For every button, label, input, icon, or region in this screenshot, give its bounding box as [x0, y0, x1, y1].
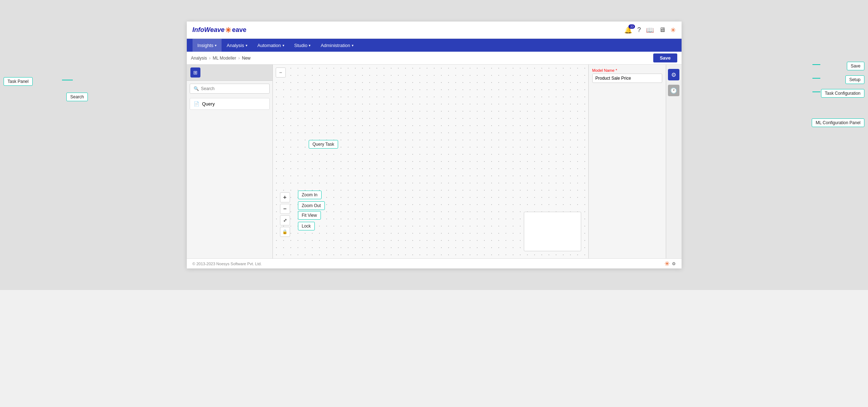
footer-settings-icon[interactable]: ⚙ — [672, 261, 676, 266]
nav-analysis-arrow: ▾ — [246, 43, 247, 47]
required-star: * — [616, 68, 617, 72]
fit-view2-callout: Fit View — [298, 211, 321, 220]
ml-config-main: Model Name * — [589, 65, 666, 258]
search-input[interactable] — [201, 86, 266, 91]
main-layout: ⊞ 🔍 📄 Query − + − — [187, 65, 682, 258]
task-list: 📄 Query — [187, 97, 272, 258]
help-icon[interactable]: ? — [637, 26, 641, 34]
query-task-item[interactable]: 📄 Query — [190, 98, 270, 110]
zoom-out-button[interactable]: − — [280, 204, 290, 214]
bell-icon[interactable]: 🔔 33 — [624, 26, 632, 34]
fit-view-button[interactable]: ⤢ — [280, 215, 290, 225]
nav-automation[interactable]: Automation ▾ — [252, 39, 289, 52]
task-panel-header: ⊞ — [187, 65, 272, 81]
breadcrumb-sep2: › — [238, 56, 240, 61]
logo-weave-text: eave — [232, 26, 246, 34]
nav-administration[interactable]: Administration ▾ — [316, 39, 358, 52]
zoom-out-callout: Zoom Out — [298, 201, 325, 210]
search-icon: 🔍 — [194, 86, 199, 91]
task-config-icon[interactable]: 🕐 — [668, 85, 679, 96]
nav-admin-arrow: ▾ — [352, 43, 354, 47]
search-box[interactable]: 🔍 — [190, 84, 270, 94]
model-name-label: Model Name * — [592, 68, 662, 72]
bell-count: 33 — [629, 24, 635, 29]
ml-config-panel: Model Name * ⚙ 🕐 — [588, 65, 682, 258]
task-config-callout: Task Configuration — [821, 89, 864, 98]
nav-bar: Insights ▾ Analysis ▾ Automation ▾ Studi… — [187, 39, 682, 52]
ml-config-content: Model Name * ⚙ 🕐 — [589, 65, 682, 258]
zoom-in-callout: Zoom In — [298, 191, 322, 199]
footer: © 2013-2023 Noesys Software Pvt. Ltd. ✳ … — [187, 258, 682, 268]
canvas-area: − + − ⤢ 🔒 ML Builders Fit View — [273, 65, 588, 258]
logo-info-text: InfoWeave — [193, 26, 225, 34]
nav-studio-arrow: ▾ — [309, 43, 310, 47]
lock-button[interactable]: 🔒 — [280, 227, 290, 237]
top-bar: InfoWeave ✳ eave 🔔 33 ? 📖 🖥 ✳ — [187, 22, 682, 39]
task-panel: ⊞ 🔍 📄 Query — [187, 65, 273, 258]
model-name-input[interactable] — [592, 74, 662, 83]
save-button[interactable]: Save — [653, 53, 677, 62]
query-task-label: Query — [202, 101, 215, 107]
setup-icon[interactable]: ⚙ — [668, 69, 679, 80]
logo: InfoWeave ✳ eave — [193, 26, 247, 34]
grid-logo-icon[interactable]: ✳ — [670, 26, 676, 34]
breadcrumb-analysis[interactable]: Analysis — [191, 56, 207, 61]
nav-insights[interactable]: Insights ▾ — [193, 39, 222, 52]
canvas-collapse-btn[interactable]: − — [276, 67, 286, 78]
top-icons: 🔔 33 ? 📖 🖥 ✳ — [624, 26, 675, 34]
footer-logo: ✳ ⚙ — [664, 260, 676, 268]
nav-analysis[interactable]: Analysis ▾ — [222, 39, 252, 52]
footer-logo-icon: ✳ — [664, 260, 670, 268]
book-icon[interactable]: 📖 — [646, 26, 654, 34]
query-task-canvas-callout: Query Task — [309, 140, 338, 149]
save-callout: Save — [847, 62, 864, 70]
search-callout: Search — [66, 93, 88, 101]
logo-asterisk-icon: ✳ — [225, 26, 231, 34]
monitor-icon[interactable]: 🖥 — [659, 26, 665, 34]
breadcrumb-new: New — [242, 56, 251, 61]
breadcrumb-bar: Analysis › ML Modeller › New Save — [187, 52, 682, 65]
nav-studio[interactable]: Studio ▾ — [289, 39, 316, 52]
task-panel-expand-icon[interactable]: ⊞ — [190, 67, 200, 78]
zoom-in-button[interactable]: + — [280, 192, 290, 202]
setup-callout: Setup — [845, 75, 864, 84]
minus-icon[interactable]: − — [276, 67, 286, 78]
nav-insights-arrow: ▾ — [215, 43, 217, 47]
breadcrumb-ml-modeller[interactable]: ML Modeller — [213, 56, 236, 61]
lock-callout: Lock — [298, 222, 315, 230]
mini-map — [524, 212, 581, 251]
task-panel-callout: Task Panel — [4, 77, 33, 86]
breadcrumb: Analysis › ML Modeller › New — [191, 56, 251, 61]
breadcrumb-sep1: › — [209, 56, 210, 61]
zoom-controls: + − ⤢ 🔒 — [280, 192, 290, 237]
ml-config-panel-callout: ML Configuration Panel — [812, 118, 864, 127]
query-task-icon: 📄 — [194, 101, 199, 107]
config-icons-row: ⚙ 🕐 — [666, 65, 682, 258]
nav-automation-arrow: ▾ — [283, 43, 284, 47]
copyright-text: © 2013-2023 Noesys Software Pvt. Ltd. — [193, 262, 262, 266]
